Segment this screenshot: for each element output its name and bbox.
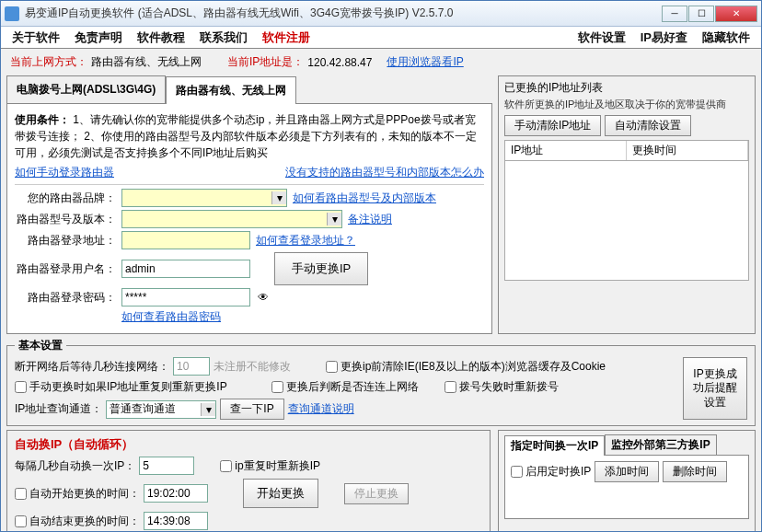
- menubar: 关于软件 免责声明 软件教程 联系我们 软件注册 软件设置 IP易好查 隐藏软件: [1, 27, 761, 49]
- link-manual-login[interactable]: 如何手动登录路由器: [15, 165, 114, 180]
- brand-label: 您的路由器品牌：: [15, 191, 116, 206]
- titlebar: 易变通IP自动更换软件 (适合ADSL、路由器有线无线Wifi、3G4G宽带拨号…: [1, 1, 761, 27]
- channel-dropdown[interactable]: 普通查询通道▾: [106, 400, 216, 419]
- model-link[interactable]: 备注说明: [348, 212, 392, 227]
- history-list[interactable]: [504, 161, 749, 281]
- pwd-label: 路由器登录密码：: [15, 290, 116, 306]
- notify-settings-button[interactable]: IP更换成功后提醒设置: [683, 357, 747, 420]
- del-time-button[interactable]: 删除时间: [663, 461, 727, 482]
- menu-tutorial[interactable]: 软件教程: [130, 28, 192, 48]
- start-change-button[interactable]: 开始更换: [243, 479, 318, 508]
- menu-settings[interactable]: 软件设置: [571, 28, 633, 48]
- ip-label: 当前IP地址是：: [227, 54, 304, 70]
- close-button[interactable]: ✕: [715, 6, 757, 22]
- chk-start-time[interactable]: 自动开始更换的时间：: [15, 486, 140, 502]
- col-ip: IP地址: [505, 141, 627, 160]
- stop-change-button[interactable]: 停止更换: [344, 483, 409, 504]
- auto-change-panel: 自动换IP（自动循环） 每隔几秒自动换一次IP： ip重复时重新换IP 自动开始…: [6, 430, 491, 531]
- brand-dropdown[interactable]: ▾: [121, 189, 287, 207]
- ip-history-panel: 已更换的IP地址列表 软件所更换的IP地址及地区取决于你的宽带提供商 手动清除I…: [498, 75, 756, 334]
- interval-label: 每隔几秒自动换一次IP：: [15, 458, 135, 474]
- model-label: 路由器型号及版本：: [15, 212, 116, 227]
- user-label: 路由器登录用户名：: [15, 261, 116, 277]
- reconnect-label: 断开网络后等待几秒连接网络：: [15, 359, 169, 375]
- addr-link[interactable]: 如何查看登录地址？: [256, 233, 355, 249]
- chk-detect[interactable]: 更换后判断是否连连上网络: [271, 379, 419, 395]
- menu-about[interactable]: 关于软件: [5, 28, 67, 48]
- cond-label: 使用条件：: [15, 113, 70, 126]
- minimize-button[interactable]: ─: [662, 6, 687, 22]
- interval-input[interactable]: [139, 457, 194, 475]
- addr-label: 路由器登录地址：: [15, 233, 116, 249]
- user-input[interactable]: [121, 260, 250, 278]
- brand-link[interactable]: 如何看路由器型号及内部版本: [293, 191, 436, 206]
- menu-disclaimer[interactable]: 免责声明: [67, 28, 130, 48]
- router-tab-pane: 使用条件： 1、请先确认你的宽带能提供多个动态ip，并且路由器上网方式是PPPo…: [6, 103, 492, 334]
- col-time: 更换时间: [627, 141, 748, 160]
- basic-settings: 基本设置 断开网络后等待几秒连接网络： 未注册不能修改 更换ip前清除IE(IE…: [6, 338, 756, 426]
- menu-iplook[interactable]: IP易好查: [633, 28, 695, 48]
- auto-title: 自动换IP（自动循环）: [15, 436, 482, 453]
- chk-retry[interactable]: 手动更换时如果IP地址重复则重新更换IP: [15, 379, 227, 395]
- check-ip-button[interactable]: 查一下IP: [220, 399, 283, 420]
- chk-end-time[interactable]: 自动结束更换的时间：: [15, 514, 140, 529]
- add-time-button[interactable]: 添加时间: [595, 461, 659, 482]
- addr-input[interactable]: [121, 231, 250, 249]
- cond-text: 1、请先确认你的宽带能提供多个动态ip，并且路由器上网方式是PPPoe拨号或者宽…: [15, 113, 477, 159]
- history-sub: 软件所更换的IP地址及地区取决于你的宽带提供商: [504, 98, 749, 111]
- browser-ip-link[interactable]: 使用浏览器看IP: [387, 54, 463, 70]
- auto-clear-button[interactable]: 自动清除设置: [605, 115, 691, 136]
- start-time-input[interactable]: [144, 484, 208, 503]
- clear-ip-button[interactable]: 手动清除IP地址: [504, 115, 601, 136]
- ip-value: 120.42.88.47: [307, 56, 372, 69]
- mode-value: 路由器有线、无线上网: [91, 54, 202, 70]
- tab-dial[interactable]: 电脑拨号上网(ADSL\3G\4G): [6, 75, 166, 103]
- chevron-down-icon: ▾: [201, 403, 215, 416]
- chk-dup[interactable]: ip重复时重新换IP: [220, 458, 320, 474]
- app-icon: [5, 6, 19, 21]
- maximize-button[interactable]: ☐: [688, 6, 714, 22]
- manual-change-button[interactable]: 手动更换IP: [274, 252, 368, 285]
- chk-timer[interactable]: 启用定时换IP: [511, 464, 591, 480]
- model-dropdown[interactable]: ▾: [121, 210, 342, 228]
- menu-contact[interactable]: 联系我们: [192, 28, 255, 48]
- menu-hide[interactable]: 隐藏软件: [695, 28, 757, 48]
- pwd-link[interactable]: 如何查看路由器密码: [121, 309, 221, 325]
- link-unsupported[interactable]: 没有支持的路由器型号和内部版本怎么办: [285, 165, 484, 180]
- mode-label: 当前上网方式：: [10, 54, 87, 70]
- chk-clear-ie[interactable]: 更换ip前清除IE(IE8及以上的版本)浏览器缓存及Cookie: [326, 359, 606, 375]
- tab-router[interactable]: 路由器有线、无线上网: [166, 76, 296, 104]
- chk-redial[interactable]: 拨号失败时重新拨号: [444, 379, 559, 395]
- subtab-monitor[interactable]: 监控外部第三方换IP: [605, 434, 716, 455]
- channel-link[interactable]: 查询通道说明: [288, 401, 354, 417]
- basic-legend: 基本设置: [15, 338, 66, 353]
- pwd-input[interactable]: [121, 288, 250, 306]
- subtab-scheduled[interactable]: 指定时间换一次IP: [504, 435, 605, 456]
- end-time-input[interactable]: [144, 512, 208, 530]
- timer-panel: 指定时间换一次IP 监控外部第三方换IP 启用定时换IP 添加时间 删除时间: [498, 430, 756, 531]
- window-title: 易变通IP自动更换软件 (适合ADSL、路由器有线无线Wifi、3G4G宽带拨号…: [25, 6, 662, 21]
- menu-register[interactable]: 软件注册: [255, 28, 318, 48]
- chevron-down-icon: ▾: [271, 191, 286, 204]
- reconnect-input[interactable]: [173, 357, 210, 376]
- reconnect-ph: 未注册不能修改: [214, 359, 291, 375]
- eye-icon[interactable]: 👁: [256, 291, 271, 304]
- chevron-down-icon: ▾: [327, 213, 341, 226]
- history-title: 已更换的IP地址列表: [504, 80, 749, 98]
- channel-label: IP地址查询通道：: [15, 401, 102, 417]
